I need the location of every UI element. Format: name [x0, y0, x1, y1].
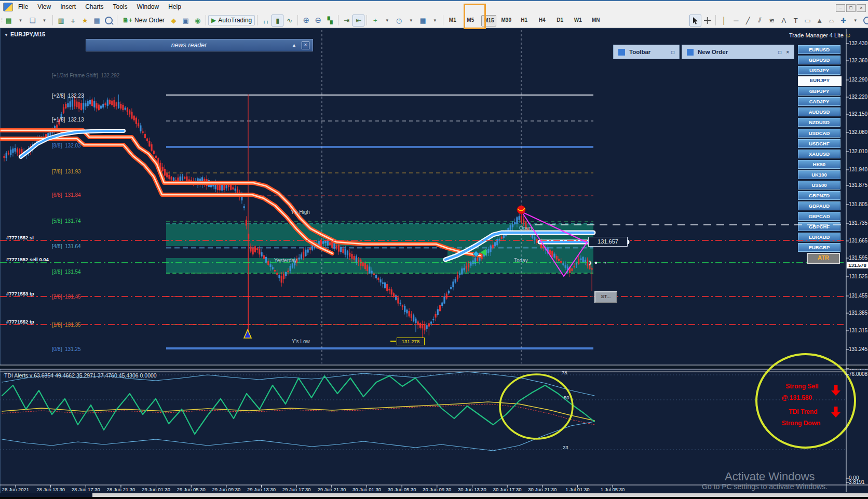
profiles-dropdown-icon[interactable]: ▾ — [38, 15, 50, 26]
timeframe-button-m1[interactable]: M1 — [445, 15, 459, 25]
symbol-button-usdjpy[interactable]: USDJPY — [798, 66, 840, 75]
scrollbar-dark-segment — [0, 493, 92, 497]
symbol-button-hk50[interactable]: HK50 — [798, 160, 840, 169]
news-reader-panel[interactable]: news reader ▲ × — [86, 39, 313, 51]
st-button[interactable]: ST... — [594, 291, 617, 303]
strategy-tester-icon[interactable] — [103, 15, 115, 26]
channel-icon[interactable]: ⫽ — [754, 15, 766, 26]
symbol-button-euraud[interactable]: EURAUD — [798, 233, 840, 241]
trendline-icon[interactable]: ╱ — [742, 15, 754, 26]
new-chart-icon[interactable]: ▤ — [3, 15, 15, 26]
symbol-button-uk100[interactable]: UK100 — [798, 170, 840, 179]
timeframe-button-m30[interactable]: M30 — [499, 15, 513, 25]
autotrading-button[interactable]: ▶AutoTrading — [208, 15, 255, 25]
menu-item-insert[interactable]: Insert — [56, 1, 80, 10]
new-order-button[interactable]: 🗎+New Order — [119, 15, 168, 25]
profiles-icon[interactable]: ❏ — [26, 15, 38, 26]
time-axis-label: 29 Jun 09:30 — [212, 487, 240, 492]
price-axis-label: 132.080 — [849, 129, 867, 135]
murrey-level-label: [2/8] 131.45 — [52, 294, 81, 300]
minimize-icon[interactable]: – — [836, 4, 845, 12]
menu-item-help[interactable]: Help — [164, 1, 186, 10]
toolbar-grip[interactable]: ⁞ — [1, 17, 2, 23]
minimized-window-toolbar[interactable]: Toolbar□ — [613, 45, 680, 59]
horizontal-scrollbar[interactable] — [0, 493, 868, 497]
periods-dropdown-icon[interactable]: ▾ — [405, 15, 417, 26]
indicators-dropdown-icon[interactable]: ▾ — [381, 15, 393, 26]
line-chart-type-icon[interactable]: ∿ — [283, 15, 295, 26]
collapse-icon[interactable]: ▲ — [292, 43, 296, 48]
menu-item-charts[interactable]: Charts — [80, 1, 108, 10]
vertical-line-icon[interactable]: │ — [718, 15, 730, 26]
timeframe-button-w1[interactable]: W1 — [571, 15, 585, 25]
navigator-icon[interactable]: ★ — [79, 15, 91, 26]
metaeditor-icon[interactable]: ◆ — [168, 15, 180, 26]
timeframe-button-h1[interactable]: H1 — [517, 15, 531, 25]
symbol-button-gbpcad[interactable]: GBPCAD — [798, 212, 840, 221]
zoom-in-icon[interactable]: ⊕ — [300, 15, 312, 26]
price-axis-label: 132.430 — [849, 41, 867, 46]
symbol-button-xauusd[interactable]: XAUUSD — [798, 150, 840, 158]
templates-dropdown-icon[interactable]: ▾ — [429, 15, 441, 26]
terminal-icon[interactable]: ▤ — [91, 15, 103, 26]
restore-icon[interactable]: □ — [846, 4, 856, 12]
symbol-button-gbpnzd[interactable]: GBPNZD — [798, 191, 840, 200]
time-axis-label: 29 Jun 13:30 — [247, 487, 276, 492]
symbol-button-eurgbp[interactable]: EURGBP — [798, 243, 840, 252]
restore-icon[interactable]: □ — [778, 49, 781, 55]
close-icon[interactable]: × — [302, 42, 309, 49]
atr-button[interactable]: ATR — [807, 253, 840, 264]
symbol-button-usdcad[interactable]: USDCAD — [798, 129, 840, 138]
arrows-dropdown-icon[interactable]: ▾ — [849, 15, 861, 26]
timeframe-button-mn[interactable]: MN — [589, 15, 603, 25]
alerts-icon[interactable]: ◉ — [192, 15, 204, 26]
cursor-icon[interactable] — [689, 15, 701, 26]
chart-shift-icon[interactable]: ⇤ — [352, 15, 364, 26]
symbol-button-gbpchf[interactable]: GBPCHF — [798, 222, 840, 231]
fibonacci-icon[interactable]: ≋ — [766, 15, 778, 26]
symbol-button-gbpusd[interactable]: GBPUSD — [798, 56, 840, 64]
fibo-fan-icon[interactable]: ⌓ — [825, 15, 837, 26]
market-watch-icon[interactable]: ▥ — [55, 15, 67, 26]
symbol-button-eurusd[interactable]: EURUSD — [798, 45, 840, 54]
text-icon[interactable]: A — [778, 15, 790, 26]
expert-icon[interactable]: ▣ — [180, 15, 192, 26]
timeframe-button-d1[interactable]: D1 — [553, 15, 567, 25]
candlestick-type-icon[interactable]: ▮ — [272, 15, 283, 26]
menu-item-tools[interactable]: Tools — [108, 1, 132, 10]
symbol-button-gbpjpy[interactable]: GBPJPY — [798, 87, 840, 96]
text-label-icon[interactable]: T — [790, 15, 802, 26]
minimized-window-new-order[interactable]: New Order□× — [682, 45, 794, 59]
symbol-button-cadjpy[interactable]: CADJPY — [798, 97, 840, 106]
menu-item-window[interactable]: Window — [132, 1, 164, 10]
horizontal-line-icon[interactable]: ─ — [730, 15, 742, 26]
rectangle-icon[interactable]: ▭ — [802, 15, 813, 26]
new-chart-dropdown-icon[interactable]: ▾ — [15, 15, 26, 26]
bar-chart-type-icon[interactable]: ╷╷ — [260, 15, 272, 26]
crosshair-icon[interactable] — [701, 15, 713, 26]
templates-icon[interactable]: ▦ — [417, 15, 429, 26]
chart-symbol-label[interactable]: ▼EURJPY,M15 — [4, 31, 45, 37]
triangle-icon[interactable]: ▲ — [813, 15, 825, 26]
auto-scroll-icon[interactable]: ⇥ — [341, 15, 352, 26]
search-icon[interactable] — [861, 15, 868, 26]
symbol-button-gbpaud[interactable]: GBPAUD — [798, 201, 840, 210]
symbol-button-us500[interactable]: US500 — [798, 181, 840, 190]
data-window-icon[interactable]: + — [67, 15, 79, 26]
menu-item-view[interactable]: View — [33, 1, 56, 10]
zoom-out-icon[interactable]: ⊖ — [312, 15, 324, 26]
periods-icon[interactable]: ◷ — [393, 15, 405, 26]
timeframe-button-h4[interactable]: H4 — [535, 15, 549, 25]
symbol-button-eurjpy[interactable]: EURJPY — [798, 76, 842, 86]
arrows-tool-icon[interactable]: ✚ — [837, 15, 849, 26]
new-order-label: New Order — [134, 17, 165, 24]
restore-icon[interactable]: □ — [671, 49, 674, 55]
tile-windows-icon[interactable]: ▚ — [324, 15, 336, 26]
close-icon[interactable]: × — [857, 4, 866, 12]
symbol-button-audusd[interactable]: AUDUSD — [798, 107, 840, 116]
symbol-button-usdchf[interactable]: USDCHF — [798, 139, 840, 148]
indicators-icon[interactable]: ＋ — [369, 15, 381, 26]
symbol-button-nzdusd[interactable]: NZDUSD — [798, 118, 840, 127]
menu-item-file[interactable]: File — [13, 1, 33, 10]
close-icon[interactable]: × — [786, 49, 789, 55]
